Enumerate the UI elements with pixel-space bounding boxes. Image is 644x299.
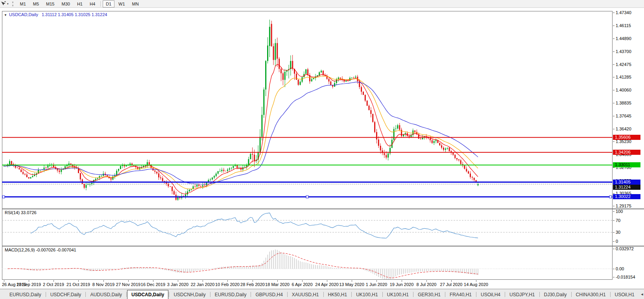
chart-tab-usoil-h4[interactable]: USOil,H4 (477, 291, 504, 299)
timeframe-button-mn[interactable]: MN (129, 0, 142, 7)
date-axis-label: 19 Jun 2020 (390, 282, 414, 287)
date-axis-tickmark (128, 280, 129, 282)
line-drag-handle[interactable] (609, 196, 612, 198)
candlesticks (4, 20, 479, 201)
chart-tab-usdcnh-daily[interactable]: USDCNH,Daily (170, 291, 209, 299)
price-axis-tickmark (613, 103, 614, 103)
tab-separator (210, 292, 210, 297)
candle-body (194, 186, 196, 187)
candle-body (160, 178, 161, 178)
tab-separator (505, 292, 505, 297)
candle-body (454, 155, 456, 158)
date-axis-tickmark (277, 280, 278, 282)
chart-tab-xauusd-h1[interactable]: XAUUSD,H1 (288, 291, 323, 299)
candle-body (189, 190, 190, 191)
chart-tab-hk50-h1[interactable]: HK50,H1 (324, 291, 351, 299)
candle-body (202, 185, 203, 186)
candle-body (292, 61, 293, 69)
chart-tab-gbpusd-h4[interactable]: GBPUSD,H4 (251, 291, 286, 299)
candle-body (185, 194, 186, 196)
price-flag-1.30022: 1.30022 (613, 194, 640, 199)
price-axis: 1.473401.461151.448901.437001.424751.412… (613, 0, 644, 288)
toolbar-grip[interactable] (12, 2, 13, 6)
chart-tab-usdcad-daily[interactable]: USDCAD,Daily (127, 290, 168, 299)
candle-body (464, 165, 465, 169)
price-flag-1.31405: 1.31405 (613, 180, 640, 185)
macd-signal-line (8, 253, 478, 278)
rsi-axis-tick-label: 0 (616, 239, 618, 244)
line-drag-handle[interactable] (2, 196, 5, 198)
timeframe-button-w1[interactable]: W1 (115, 0, 128, 7)
chart-tab-usoil-h1[interactable]: USOil,H1 (611, 291, 638, 299)
chart-tab-uk100-h1[interactable]: UK100,H1 (383, 291, 413, 299)
pane-separator[interactable] (2, 209, 644, 209)
timeframe-button-d1[interactable]: D1 (103, 0, 114, 7)
cursor-tool-dropdown-caret-icon[interactable]: ▾ (7, 2, 9, 6)
date-axis-tickmark (253, 280, 253, 282)
pane-separator[interactable] (2, 246, 644, 246)
pane-separator[interactable] (2, 208, 644, 209)
chart-plot-area[interactable] (2, 11, 613, 280)
candle-body (220, 171, 221, 172)
chart-tab-usdjpy-h1[interactable]: USDJPY,H1 (506, 291, 539, 299)
candle-body (439, 143, 440, 145)
candle-body (28, 177, 30, 178)
candle-body (328, 79, 330, 82)
chart-tab-ger30-h1[interactable]: GER30,H1 (414, 291, 445, 299)
timeframe-button-m30[interactable]: M30 (58, 0, 73, 7)
rsi-indicator-label: RSI(14) 33.0726 (5, 210, 37, 215)
candle-body (34, 175, 35, 176)
price-axis-tickmark (613, 193, 614, 194)
price-axis-tickmark (613, 90, 614, 90)
macd-axis-tickmark (613, 269, 614, 269)
rsi-axis-tick-label: 30 (616, 230, 620, 235)
tabs-scroll-left-icon[interactable]: ◄ (638, 292, 644, 296)
timeframe-button-h1[interactable]: H1 (74, 0, 86, 7)
collapse-caret-icon[interactable]: ▼ (4, 13, 7, 17)
candle-body (452, 153, 454, 155)
timeframe-button-h4[interactable]: H4 (87, 0, 98, 7)
tab-separator (445, 292, 445, 297)
chart-tab-eurusd-daily[interactable]: EURUSD,Daily (211, 291, 251, 299)
candle-body (18, 168, 20, 170)
candle-body (414, 130, 415, 132)
candle-body (399, 125, 400, 130)
chart-tab-fra40-h1[interactable]: FRA40,H1 (446, 291, 476, 299)
candle-body (347, 81, 349, 81)
cursor-tool-icon[interactable] (0, 1, 6, 6)
chart-tab-eurusd-daily[interactable]: EURUSD,Daily (6, 291, 45, 299)
chart-tab-dj30-daily[interactable]: DJ30,Daily (540, 291, 571, 299)
candle-body (210, 180, 211, 180)
pane-separator[interactable] (2, 246, 644, 247)
chart-tab-uk100-h1[interactable]: UK100,H1 (352, 291, 382, 299)
candle-body (191, 189, 192, 190)
tab-separator (382, 292, 383, 297)
candle-body (361, 87, 362, 92)
timeframe-button-m15[interactable]: M15 (43, 0, 57, 7)
candle-body (388, 153, 389, 158)
timeframe-button-m5[interactable]: M5 (30, 0, 42, 7)
price-axis-tick-label: 1.37645 (616, 114, 631, 118)
chart-tab-audusd-daily[interactable]: AUDUSD,Daily (86, 291, 126, 299)
tab-separator (251, 292, 251, 297)
date-axis-label: 28 Feb 2020 (240, 282, 265, 287)
candle-body (343, 79, 345, 82)
candle-body (263, 90, 264, 115)
rsi-axis-tick-label: 100 (616, 209, 623, 214)
candle-body (336, 79, 337, 83)
candle-body (269, 27, 270, 46)
chart-tab-usdchf-daily[interactable]: USDCHF,Daily (46, 291, 85, 299)
date-axis-label: 3 Jan 2020 (167, 282, 188, 287)
line-drag-handle[interactable] (306, 196, 308, 198)
candle-body (254, 155, 255, 161)
candle-body (17, 168, 18, 168)
chart-tabs: EURUSD,DailyUSDCHF,DailyAUDUSD,DailyUSDC… (6, 290, 638, 299)
candle-body (300, 82, 301, 85)
date-axis-tickmark (327, 280, 327, 282)
tab-scroll-arrows: ◄ ► (638, 289, 644, 299)
candle-body (11, 161, 12, 164)
chart-tab-china300-h1[interactable]: CHINA300,H1 (572, 291, 610, 299)
timeframe-button-m1[interactable]: M1 (17, 0, 29, 7)
candle-body (114, 175, 115, 176)
candle-body (282, 73, 284, 80)
